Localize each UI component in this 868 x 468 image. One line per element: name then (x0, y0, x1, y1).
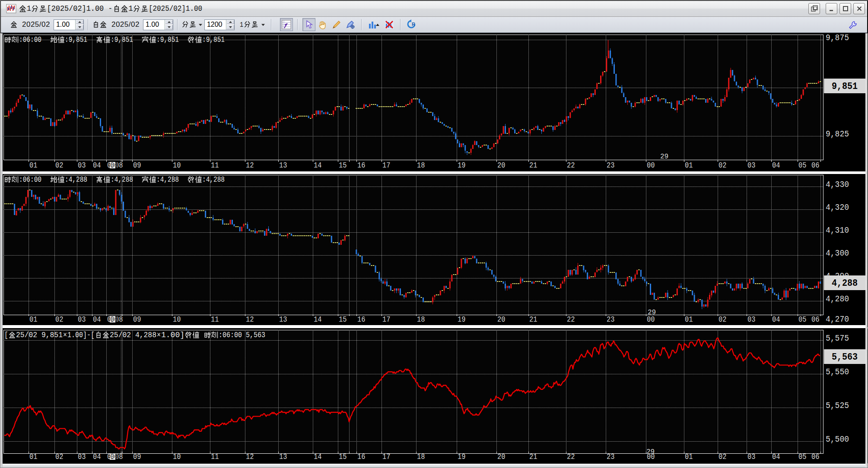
svg-text:12: 12 (246, 315, 254, 324)
svg-text:00: 00 (647, 315, 655, 324)
svg-text:06: 06 (811, 452, 820, 462)
svg-text:14: 14 (314, 161, 322, 170)
svg-text:06: 06 (110, 452, 118, 462)
svg-text:01: 01 (29, 452, 38, 462)
svg-text:9,825: 9,825 (826, 129, 849, 139)
svg-text:17: 17 (382, 315, 391, 324)
svg-text:23: 23 (607, 452, 615, 462)
svg-text:11: 11 (211, 161, 219, 170)
svg-text:12: 12 (246, 161, 254, 170)
svg-text:01: 01 (29, 315, 38, 324)
svg-text:19: 19 (458, 315, 466, 324)
svg-text:1.00]: 1.00] (161, 331, 184, 339)
svg-text:03: 03 (78, 315, 86, 324)
svg-text:05: 05 (798, 161, 807, 170)
svg-text:09: 09 (133, 452, 141, 462)
svg-text:13: 13 (279, 315, 287, 324)
svg-text:9,875: 9,875 (826, 33, 849, 43)
svg-text:5,550: 5,550 (826, 367, 849, 377)
svg-text:1: 1 (129, 4, 133, 13)
svg-text:11: 11 (211, 452, 219, 462)
svg-text:18: 18 (417, 452, 425, 462)
svg-text::06:00: :06:00 (19, 175, 41, 184)
svg-text:09: 09 (133, 315, 141, 324)
svg-text:06: 06 (110, 315, 118, 324)
svg-text:03: 03 (78, 161, 86, 170)
svg-text:21: 21 (529, 452, 537, 462)
svg-text:×: × (157, 331, 161, 339)
svg-text:04: 04 (93, 161, 101, 170)
svg-text:16: 16 (357, 161, 366, 170)
svg-text:20: 20 (497, 161, 506, 170)
svg-text:06: 06 (811, 161, 820, 170)
svg-text:15: 15 (339, 452, 347, 462)
svg-text:09: 09 (133, 161, 141, 170)
svg-text:02: 02 (55, 161, 64, 170)
svg-text:03: 03 (747, 315, 756, 324)
svg-text:5,500: 5,500 (826, 434, 849, 444)
svg-text:[: [ (4, 331, 8, 339)
svg-text:01: 01 (685, 161, 693, 170)
svg-text:02: 02 (719, 161, 727, 170)
svg-text:05: 05 (798, 315, 807, 324)
svg-text:04: 04 (772, 315, 780, 324)
svg-text:18: 18 (417, 315, 425, 324)
svg-text:06: 06 (110, 161, 118, 170)
svg-text:22: 22 (567, 161, 575, 170)
svg-text:12: 12 (246, 452, 254, 462)
svg-text:17: 17 (382, 161, 391, 170)
svg-text:16: 16 (357, 452, 366, 462)
svg-text:4,330: 4,330 (826, 180, 849, 190)
svg-text:16: 16 (357, 315, 366, 324)
svg-text:1.00]-[: 1.00]-[ (67, 331, 95, 339)
svg-text:4,300: 4,300 (826, 248, 849, 258)
svg-text:5,563: 5,563 (832, 352, 858, 363)
svg-text:10: 10 (173, 161, 181, 170)
svg-text:03: 03 (747, 452, 756, 462)
svg-text:02: 02 (55, 452, 64, 462)
svg-text:20: 20 (497, 452, 506, 462)
svg-text::06:00 5,563: :06:00 5,563 (219, 331, 265, 339)
svg-text:14: 14 (314, 315, 322, 324)
svg-text:4,280: 4,280 (826, 294, 849, 304)
svg-text:4,320: 4,320 (826, 202, 849, 212)
svg-text:18: 18 (417, 161, 425, 170)
svg-text:01: 01 (685, 452, 693, 462)
svg-text:04: 04 (772, 452, 780, 462)
svg-text:04: 04 (772, 161, 780, 170)
svg-text:20: 20 (497, 315, 506, 324)
svg-text::9,851: :9,851 (111, 35, 133, 44)
svg-text::4,288: :4,288 (111, 175, 133, 184)
svg-text::4,288: :4,288 (65, 175, 87, 184)
svg-text:25/02 9,851: 25/02 9,851 (16, 331, 63, 339)
svg-text:04: 04 (93, 452, 101, 462)
svg-text:14: 14 (314, 452, 322, 462)
svg-text:19: 19 (458, 452, 466, 462)
svg-text:4,270: 4,270 (826, 314, 849, 324)
svg-text:15: 15 (339, 161, 347, 170)
svg-text:9,851: 9,851 (832, 81, 858, 92)
svg-text:02: 02 (55, 315, 64, 324)
svg-text:05: 05 (798, 452, 807, 462)
svg-text:21: 21 (529, 161, 537, 170)
svg-text:4,288: 4,288 (832, 278, 858, 289)
svg-text:01: 01 (685, 315, 693, 324)
svg-text::9,851: :9,851 (156, 35, 179, 44)
svg-text:[2025/02]1.00: [2025/02]1.00 (149, 4, 202, 13)
svg-text:17: 17 (382, 452, 391, 462)
svg-text:04: 04 (93, 315, 101, 324)
svg-text::4,288: :4,288 (156, 175, 179, 184)
svg-text::06:00: :06:00 (19, 35, 41, 44)
svg-text:21: 21 (529, 315, 537, 324)
svg-text:23: 23 (607, 315, 615, 324)
svg-text:15: 15 (339, 315, 347, 324)
svg-text:06: 06 (811, 315, 820, 324)
svg-text:25/02 4,288: 25/02 4,288 (110, 331, 156, 339)
svg-text:22: 22 (567, 315, 575, 324)
svg-text:4,310: 4,310 (826, 225, 849, 235)
svg-text:00: 00 (647, 452, 655, 462)
svg-text:03: 03 (78, 452, 86, 462)
svg-text:02: 02 (719, 315, 727, 324)
svg-text:1: 1 (240, 21, 243, 29)
svg-text:01: 01 (29, 161, 38, 170)
